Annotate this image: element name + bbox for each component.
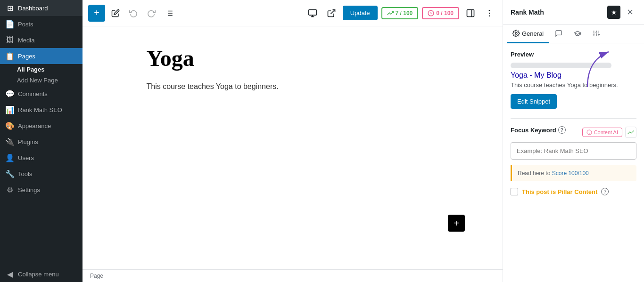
content-ai-label: Content AI bbox=[594, 129, 618, 135]
external-link-button[interactable] bbox=[324, 6, 339, 21]
settings-icon: ⚙ bbox=[6, 185, 14, 194]
media-icon: 🖼 bbox=[6, 36, 14, 44]
pillar-row: This post is Pillar Content ? bbox=[511, 188, 636, 195]
sidebar-sub-all-pages[interactable]: All Pages bbox=[17, 64, 83, 75]
svg-point-27 bbox=[587, 130, 592, 135]
editor-content: Yoga This course teaches Yoga to beginne… bbox=[147, 45, 439, 93]
sidebar-item-label: Pages bbox=[18, 53, 35, 60]
advanced-icon bbox=[593, 30, 600, 37]
sidebar-item-posts[interactable]: 📄 Posts bbox=[0, 16, 83, 32]
pillar-checkbox[interactable] bbox=[511, 188, 518, 195]
editor-area[interactable]: Yoga This course teaches Yoga to beginne… bbox=[83, 26, 503, 269]
preview-url-bar bbox=[511, 63, 611, 68]
keyword-input[interactable] bbox=[511, 142, 636, 160]
rank-math-icon: 📊 bbox=[6, 105, 14, 114]
ellipsis-icon bbox=[485, 8, 494, 18]
sidebar-item-media[interactable]: 🖼 Media bbox=[0, 32, 83, 48]
pillar-label[interactable]: This post is Pillar Content bbox=[522, 188, 597, 195]
sidebar-sub-add-new[interactable]: Add New Page bbox=[17, 75, 83, 86]
undo-icon bbox=[129, 9, 138, 17]
more-options-button[interactable] bbox=[482, 6, 497, 21]
tab-social[interactable] bbox=[549, 25, 568, 43]
add-block-button[interactable]: + bbox=[88, 5, 105, 22]
preview-section: Preview Yoga - My Blog This course teach… bbox=[511, 51, 636, 109]
panel-close-button[interactable]: ✕ bbox=[623, 6, 636, 19]
comments-icon: 💬 bbox=[6, 89, 14, 98]
readability-score-label: 0 / 100 bbox=[436, 10, 454, 16]
users-icon: 👤 bbox=[6, 153, 14, 162]
preview-description: This course teaches Yoga to beginners. bbox=[511, 81, 636, 89]
sidebar-item-label: Settings bbox=[18, 186, 40, 193]
sidebar-item-label: Dashboard bbox=[18, 5, 48, 12]
redo-button[interactable] bbox=[144, 6, 159, 21]
preview-device-button[interactable] bbox=[305, 6, 320, 21]
focus-keyword-help-icon[interactable]: ? bbox=[558, 126, 566, 134]
seo-score-button[interactable]: 7 / 100 bbox=[381, 7, 419, 19]
sidebar-item-users[interactable]: 👤 Users bbox=[0, 150, 83, 166]
list-view-button[interactable] bbox=[162, 6, 177, 21]
sidebar-toggle-button[interactable] bbox=[463, 6, 478, 21]
sidebar-item-comments[interactable]: 💬 Comments bbox=[0, 86, 83, 102]
tab-schema[interactable] bbox=[568, 25, 587, 43]
sidebar-item-plugins[interactable]: 🔌 Plugins bbox=[0, 134, 83, 150]
external-link-icon bbox=[327, 8, 336, 18]
panel-tabs: General bbox=[503, 25, 644, 43]
sidebar-item-label: Plugins bbox=[18, 138, 38, 145]
update-button[interactable]: Update bbox=[343, 6, 378, 20]
edit-icon-button[interactable] bbox=[108, 6, 123, 21]
score-tip-text: Read here to bbox=[518, 170, 550, 177]
pillar-help-icon[interactable]: ? bbox=[601, 188, 609, 195]
gear-icon bbox=[512, 30, 520, 37]
sidebar: ⊞ Dashboard 📄 Posts 🖼 Media 📋 Pages All … bbox=[0, 0, 83, 282]
content-ai-icon bbox=[586, 129, 592, 135]
tab-general[interactable]: General bbox=[507, 25, 549, 43]
edit-snippet-button[interactable]: Edit Snippet bbox=[511, 94, 557, 109]
trend-up-icon bbox=[387, 10, 394, 16]
pages-submenu: All Pages Add New Page bbox=[0, 64, 83, 86]
trend-button[interactable] bbox=[625, 127, 636, 138]
sidebar-item-settings[interactable]: ⚙ Settings bbox=[0, 182, 83, 198]
toolbar-right: Update 7 / 100 0 / 100 bbox=[305, 6, 497, 21]
preview-label: Preview bbox=[511, 51, 636, 58]
sidebar-item-tools[interactable]: 🔧 Tools bbox=[0, 166, 83, 182]
main-content: + Update 7 / 100 bbox=[83, 0, 503, 282]
sidebar-item-label: Collapse menu bbox=[18, 271, 59, 278]
focus-keyword-section: Focus Keyword ? Content AI Read here to … bbox=[511, 126, 636, 195]
score-tip-link[interactable]: Score 100/100 bbox=[552, 170, 589, 177]
sidebar-item-rank-math[interactable]: 📊 Rank Math SEO bbox=[0, 102, 83, 118]
sidebar-item-label: Media bbox=[18, 37, 34, 44]
pages-icon: 📋 bbox=[6, 52, 14, 60]
section-divider bbox=[511, 118, 636, 119]
tab-advanced[interactable] bbox=[587, 25, 606, 43]
content-ai-button[interactable]: Content AI bbox=[582, 128, 622, 137]
page-title[interactable]: Yoga bbox=[147, 45, 439, 71]
sidebar-item-label: Comments bbox=[18, 90, 48, 97]
score-tip: Read here to Score 100/100 bbox=[511, 165, 636, 181]
sidebar-item-collapse[interactable]: ◀ Collapse menu bbox=[0, 266, 83, 282]
schema-icon bbox=[574, 30, 581, 37]
preview-link[interactable]: Yoga - My Blog bbox=[511, 71, 636, 80]
toolbar: + Update 7 / 100 bbox=[83, 0, 503, 26]
panel-title: Rank Math bbox=[511, 8, 544, 16]
redo-icon bbox=[147, 9, 156, 17]
tools-icon: 🔧 bbox=[6, 169, 14, 178]
panel-header: Rank Math ★ ✕ bbox=[503, 0, 644, 25]
pencil-icon bbox=[111, 9, 120, 17]
focus-keyword-label: Focus Keyword ? bbox=[511, 126, 566, 134]
appearance-icon: 🎨 bbox=[6, 121, 14, 130]
sidebar-item-pages[interactable]: 📋 Pages bbox=[0, 48, 83, 64]
sidebar-item-appearance[interactable]: 🎨 Appearance bbox=[0, 118, 83, 134]
status-bar: Page bbox=[83, 269, 503, 282]
readability-score-button[interactable]: 0 / 100 bbox=[422, 7, 459, 19]
undo-button[interactable] bbox=[126, 6, 141, 21]
monitor-icon bbox=[308, 8, 317, 18]
add-block-float-button[interactable]: + bbox=[448, 215, 465, 232]
panel-star-button[interactable]: ★ bbox=[607, 6, 620, 19]
panel-body: Preview Yoga - My Blog This course teach… bbox=[503, 43, 644, 282]
sidebar-item-dashboard[interactable]: ⊞ Dashboard bbox=[0, 0, 83, 16]
collapse-icon: ◀ bbox=[6, 270, 14, 278]
seo-score-label: 7 / 100 bbox=[396, 10, 413, 16]
page-body[interactable]: This course teaches Yoga to beginners. bbox=[147, 81, 439, 93]
list-icon bbox=[165, 9, 173, 17]
svg-point-14 bbox=[489, 12, 490, 14]
